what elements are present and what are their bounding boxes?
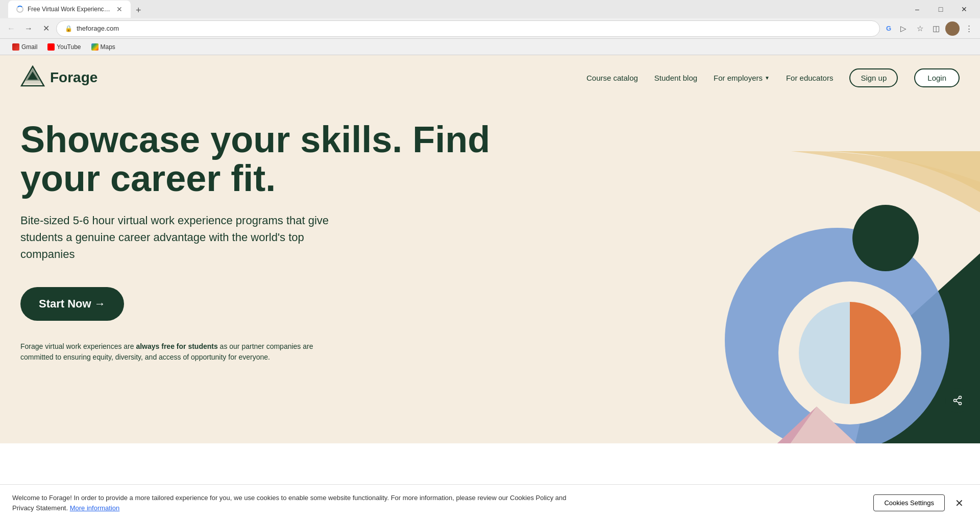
cast-icon[interactable]: ▷: [896, 21, 911, 36]
bookmark-gmail-label: Gmail: [21, 43, 37, 51]
nav-for-educators[interactable]: For educators: [786, 74, 834, 82]
footnote-prefix: Forage virtual work experiences are: [20, 342, 136, 350]
google-icon[interactable]: G: [883, 23, 894, 34]
bookmark-gmail[interactable]: Gmail: [8, 42, 41, 52]
maps-favicon: [91, 43, 99, 51]
forward-button[interactable]: →: [21, 21, 36, 36]
share-fab-button[interactable]: [945, 388, 970, 413]
hero-text-area: Showcase your skills. Find your career f…: [20, 110, 537, 363]
nav-course-catalog[interactable]: Course catalog: [586, 74, 638, 82]
nav-student-blog[interactable]: Student blog: [654, 74, 697, 82]
star-icon[interactable]: ☆: [913, 21, 927, 36]
site-nav: Forage Course catalog Student blog For e…: [0, 55, 980, 100]
nav-for-employers[interactable]: For employers ▼: [714, 74, 770, 82]
tab-loading-spinner: [16, 6, 23, 13]
signup-button[interactable]: Sign up: [849, 68, 898, 87]
tab-close-button[interactable]: ✕: [116, 5, 122, 13]
bookmark-maps-label: Maps: [101, 43, 115, 51]
active-tab[interactable]: Free Virtual Work Experience Pro ✕: [8, 1, 131, 18]
minimize-button[interactable]: –: [905, 1, 929, 17]
bookmarks-bar: Gmail YouTube Maps: [0, 39, 980, 55]
footnote-bold: always free for students: [136, 342, 217, 350]
new-tab-button[interactable]: +: [132, 3, 145, 18]
hero-graphic: [715, 151, 980, 443]
tab-title: Free Virtual Work Experience Pro: [28, 6, 112, 13]
reload-button[interactable]: ✕: [39, 21, 53, 36]
svg-point-5: [852, 205, 919, 271]
maximize-button[interactable]: □: [929, 1, 952, 17]
hero-subtext: Bite-sized 5-6 hour virtual work experie…: [20, 212, 337, 263]
page-content: Forage Course catalog Student blog For e…: [0, 55, 980, 443]
url-text: theforage.com: [77, 25, 119, 32]
address-bar[interactable]: 🔒 theforage.com: [56, 20, 880, 37]
bookmark-youtube[interactable]: YouTube: [43, 42, 85, 52]
nav-for-employers-label: For employers: [714, 74, 763, 82]
svg-point-10: [959, 402, 962, 405]
svg-line-12: [956, 401, 959, 403]
nav-links: Course catalog Student blog For employer…: [586, 68, 960, 87]
svg-point-8: [959, 396, 962, 399]
logo-text: Forage: [50, 69, 97, 86]
svg-point-9: [954, 399, 957, 402]
sidebar-icon[interactable]: ◫: [929, 21, 943, 36]
hero-decorative-art: [715, 151, 980, 443]
hero-footnote: Forage virtual work experiences are alwa…: [20, 341, 327, 363]
hero-heading-line2: your career fit.: [20, 158, 276, 199]
forage-logo-icon: [20, 65, 45, 90]
hero-heading: Showcase your skills. Find your career f…: [20, 121, 537, 198]
youtube-favicon: [47, 43, 55, 51]
address-bar-row: ← → ✕ 🔒 theforage.com G ▷ ☆ ◫ ⋮: [0, 18, 980, 39]
start-now-button[interactable]: Start Now →: [20, 287, 124, 321]
hero-section: Showcase your skills. Find your career f…: [0, 100, 980, 383]
lock-icon: 🔒: [65, 25, 72, 32]
hero-heading-line1: Showcase your skills. Find: [20, 119, 490, 160]
svg-line-11: [956, 398, 959, 400]
chevron-down-icon: ▼: [765, 75, 770, 81]
profile-icon[interactable]: [945, 21, 960, 36]
bookmark-youtube-label: YouTube: [57, 43, 81, 51]
back-button[interactable]: ←: [4, 21, 18, 36]
logo-area[interactable]: Forage: [20, 65, 97, 90]
gmail-favicon: [12, 43, 19, 51]
menu-icon[interactable]: ⋮: [962, 21, 976, 36]
close-button[interactable]: ✕: [952, 1, 976, 17]
bookmark-maps[interactable]: Maps: [87, 42, 119, 52]
login-button[interactable]: Login: [914, 68, 960, 87]
